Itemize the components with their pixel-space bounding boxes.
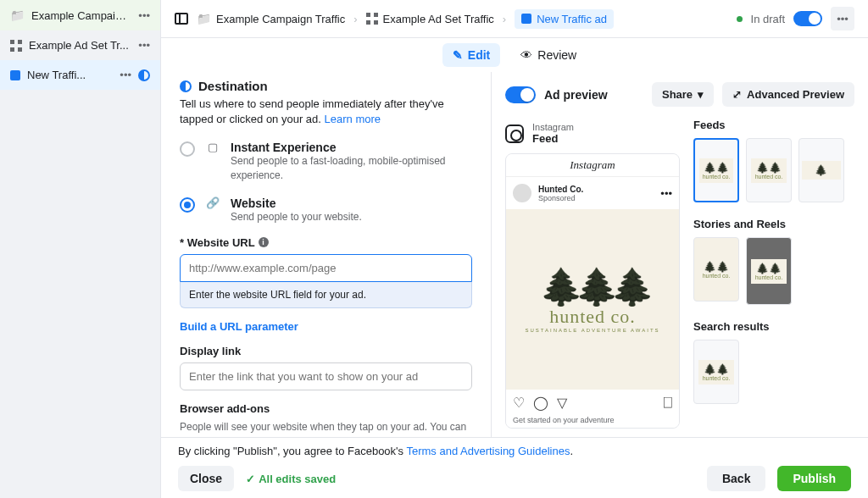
heart-icon: ♡ xyxy=(513,395,525,411)
sidebar-item-label: Example Campaign ... xyxy=(31,9,131,22)
option-subtitle: Send people to a fast-loading, mobile-op… xyxy=(231,154,472,183)
thumb-story-1[interactable]: 🌲🌲hunted co. xyxy=(693,237,739,302)
display-link-input[interactable] xyxy=(180,362,472,390)
more-icon[interactable]: ••• xyxy=(138,39,150,52)
sidebar-item-campaign[interactable]: Example Campaign ... ••• xyxy=(0,0,160,30)
bookmark-icon: ⎕ xyxy=(664,395,672,411)
tab-label: Edit xyxy=(468,48,490,62)
preview-body: Instagram Feed Instagram Hunted Co. Spon… xyxy=(492,117,868,437)
breadcrumb-label: New Traffic ad xyxy=(537,13,607,25)
breadcrumb-ad[interactable]: New Traffic ad xyxy=(515,9,614,29)
more-icon: ••• xyxy=(660,187,672,200)
browser-addons-title: Browser add-ons xyxy=(180,402,472,415)
terms-link[interactable]: Terms and Advertising Guidelines xyxy=(406,445,570,457)
thumb-feed-3[interactable]: 🌲 xyxy=(798,138,844,202)
breadcrumb-label: Example Ad Set Traffic xyxy=(383,13,494,25)
brand-logo-text: hunted co. xyxy=(549,306,636,328)
platform-header: Instagram Feed xyxy=(505,117,680,153)
back-button[interactable]: Back xyxy=(707,466,765,491)
info-icon[interactable]: i xyxy=(259,237,269,247)
chevron-right-icon: › xyxy=(503,13,506,25)
thumb-feed-2[interactable]: 🌲🌲hunted co. xyxy=(746,138,792,202)
destination-option-instant[interactable]: ▢ Instant Experience Send people to a fa… xyxy=(180,141,472,183)
display-link-label: Display link xyxy=(180,345,472,357)
publish-agreement: By clicking "Publish", you agree to Face… xyxy=(178,445,851,457)
website-url-error: Enter the website URL field for your ad. xyxy=(180,282,472,308)
account-name: Hunted Co. xyxy=(538,185,654,194)
folder-icon xyxy=(10,8,25,22)
tab-label: Review xyxy=(537,48,576,62)
post-caption: Get started on your adventure xyxy=(506,416,679,428)
ad-preview-toggle[interactable] xyxy=(505,86,536,103)
ad-icon xyxy=(521,14,531,24)
top-bar: Example Campaign Traffic › Example Ad Se… xyxy=(161,0,868,38)
publish-button[interactable]: Publish xyxy=(777,466,851,491)
save-status: ✓All edits saved xyxy=(246,473,336,485)
thumb-search-1[interactable]: 🌲🌲hunted co. xyxy=(693,340,739,404)
sidebar-item-adset[interactable]: Example Ad Set Tr... ••• xyxy=(0,30,160,60)
preview-main: Instagram Feed Instagram Hunted Co. Spon… xyxy=(505,117,680,429)
check-icon: ✓ xyxy=(246,473,255,485)
radio-website[interactable] xyxy=(180,197,195,213)
post-actions: ♡ ◯ ▽ ⎕ xyxy=(506,390,679,416)
radio-instant[interactable] xyxy=(180,141,195,157)
sidebar-item-label: Example Ad Set Tr... xyxy=(29,39,131,52)
breadcrumb-adset[interactable]: Example Ad Set Traffic xyxy=(366,13,494,25)
sponsored-label: Sponsored xyxy=(538,194,654,202)
footer: By clicking "Publish", you agree to Face… xyxy=(161,437,868,498)
progress-icon xyxy=(180,80,192,92)
send-icon: ▽ xyxy=(557,395,567,411)
chevron-right-icon: › xyxy=(353,13,357,25)
eye-icon: 👁 xyxy=(520,48,532,62)
section-title: Destination xyxy=(198,79,268,93)
trees-icon: 🌲🌲🌲 xyxy=(539,266,646,307)
panel-toggle-icon[interactable] xyxy=(175,13,188,25)
more-icon[interactable]: ••• xyxy=(138,9,150,22)
build-url-parameter-link[interactable]: Build a URL parameter xyxy=(180,320,472,333)
more-icon[interactable]: ••• xyxy=(120,69,131,81)
learn-more-link[interactable]: Learn more xyxy=(325,113,381,125)
tab-edit[interactable]: ✎ Edit xyxy=(442,43,500,67)
grid-icon xyxy=(366,13,378,25)
destination-option-website[interactable]: 🔗 Website Send people to your website. xyxy=(180,196,472,224)
pencil-icon: ✎ xyxy=(453,48,463,62)
creative-image: 🌲🌲🌲 hunted co. SUSTAINABLE ADVENTURE AWA… xyxy=(506,209,679,390)
platform-name: Instagram xyxy=(532,122,574,132)
preview-header: Ad preview Share▾ ⤢Advanced Preview xyxy=(492,72,868,117)
share-button[interactable]: Share▾ xyxy=(652,82,714,107)
chevron-down-icon: ▾ xyxy=(698,88,704,101)
left-sidebar: Example Campaign ... ••• Example Ad Set … xyxy=(0,0,161,498)
instagram-wordmark: Instagram xyxy=(506,154,679,177)
main-area: Example Campaign Traffic › Example Ad Se… xyxy=(161,0,868,498)
placement-name: Feed xyxy=(532,132,574,145)
breadcrumb-campaign[interactable]: Example Campaign Traffic xyxy=(197,12,345,25)
advanced-preview-button[interactable]: ⤢Advanced Preview xyxy=(722,82,854,107)
option-title: Website xyxy=(231,196,472,210)
link-icon: 🔗 xyxy=(205,196,220,224)
ad-preview-title: Ad preview xyxy=(544,88,643,102)
option-title: Instant Experience xyxy=(231,141,472,154)
close-button[interactable]: Close xyxy=(178,466,234,491)
sidebar-item-label: New Traffi... xyxy=(27,69,113,81)
ad-icon xyxy=(10,70,20,80)
edit-review-tabs: ✎ Edit 👁 Review xyxy=(161,38,868,72)
mock-post-header: Hunted Co. Sponsored ••• xyxy=(506,177,679,209)
thumb-story-2[interactable]: 🌲🌲hunted co. xyxy=(746,237,792,305)
thumb-feed-1[interactable]: 🌲🌲hunted co. xyxy=(693,138,739,202)
sidebar-item-ad[interactable]: New Traffi... ••• xyxy=(0,60,160,90)
preview-mock: Instagram Hunted Co. Sponsored ••• 🌲🌲🌲 xyxy=(505,153,680,429)
placement-thumbnails: Feeds 🌲🌲hunted co. 🌲🌲hunted co. 🌲 Storie… xyxy=(693,117,854,429)
more-button[interactable]: ••• xyxy=(831,7,854,30)
thumb-section-search: Search results xyxy=(693,320,854,333)
preview-pane: Ad preview Share▾ ⤢Advanced Preview Inst… xyxy=(491,72,868,437)
website-url-label: * Website URL i xyxy=(180,236,472,249)
brand-tagline: SUSTAINABLE ADVENTURE AWAITS xyxy=(525,328,659,333)
status-dot-icon xyxy=(737,16,743,22)
status-toggle[interactable] xyxy=(793,11,822,26)
tab-review[interactable]: 👁 Review xyxy=(510,43,587,67)
thumb-section-stories: Stories and Reels xyxy=(693,218,854,230)
browser-addons-subtitle: People will see your website when they t… xyxy=(180,420,472,437)
expand-icon: ⤢ xyxy=(732,88,742,101)
instagram-icon xyxy=(505,125,524,143)
website-url-input[interactable] xyxy=(180,254,472,282)
